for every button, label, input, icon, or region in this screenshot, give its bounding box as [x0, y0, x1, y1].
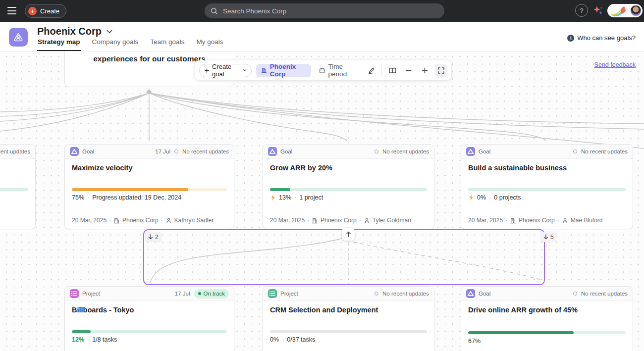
- tab-company-goals[interactable]: Company goals: [92, 38, 139, 51]
- ai-sparkles-icon[interactable]: [592, 5, 604, 17]
- card-title: CRM Selection and Deployment: [270, 306, 427, 314]
- calendar-icon: [319, 67, 325, 74]
- bolt-icon: [468, 194, 474, 201]
- global-topbar: + Create ?: [0, 0, 644, 22]
- card-type-label: Goal: [479, 291, 490, 297]
- progress-bar: [270, 188, 427, 191]
- plus-icon: [205, 68, 209, 73]
- status-ring-icon: [573, 150, 577, 153]
- building-icon: [261, 67, 267, 74]
- card-type-label: Project: [82, 291, 100, 297]
- project-type-icon: [268, 289, 277, 298]
- goal-type-icon: [268, 147, 277, 156]
- person-icon: [562, 217, 568, 224]
- status-text: No recent updates: [581, 291, 628, 297]
- goal-card-grow-arr[interactable]: Goal No recent updates Grow ARR by 20% 1…: [263, 144, 434, 229]
- org-avatar[interactable]: [9, 28, 28, 47]
- search-input[interactable]: [222, 7, 438, 15]
- create-button[interactable]: + Create: [25, 4, 66, 18]
- account-pill[interactable]: [607, 4, 643, 17]
- progress-stats: 67%: [468, 338, 481, 345]
- strategy-map-page: + Create ?: [0, 0, 644, 351]
- progress-stats: 12% · 1/8 tasks: [72, 336, 117, 343]
- due-date: 17 Jul: [155, 149, 170, 154]
- strategy-map-canvas[interactable]: experiences for our customers No recent …: [0, 51, 644, 351]
- plus-icon: +: [28, 7, 37, 15]
- tab-team-goals[interactable]: Team goals: [150, 38, 185, 51]
- status-ring-icon: [375, 150, 378, 153]
- project-card-billboards-tokyo[interactable]: Project 17 Jul On track Billboards - Tok…: [64, 286, 234, 351]
- children-count-badge-right[interactable]: 5: [540, 232, 557, 242]
- project-card-crm-selection[interactable]: Project No recent updates CRM Selection …: [263, 286, 434, 351]
- info-icon: i: [567, 35, 574, 42]
- goal-type-icon: [466, 289, 475, 298]
- card-title: Grow ARR by 20%: [270, 164, 427, 172]
- status-dot: [198, 292, 201, 295]
- project-type-icon: [70, 289, 79, 298]
- status-text: No recent updates: [382, 291, 429, 297]
- bolt-icon: [270, 194, 276, 201]
- progress-stats: 13% · 1 project: [270, 194, 323, 201]
- building-icon: [113, 217, 120, 224]
- status-badge: On track: [194, 289, 229, 299]
- progress-bar: [72, 188, 227, 191]
- tab-strategy-map[interactable]: Strategy map: [37, 38, 81, 51]
- progress-stats: 0% · 0 projects: [468, 194, 521, 201]
- card-title: Build a sustainable business: [468, 164, 626, 172]
- marker-icon[interactable]: [366, 64, 377, 77]
- chevron-down-icon: [107, 30, 112, 34]
- card-title: Drive online ARR growth of 45%: [468, 306, 626, 314]
- send-feedback-link[interactable]: Send feedback: [594, 61, 636, 68]
- status-text: No recent updates: [581, 149, 628, 154]
- progress-bar: [270, 330, 427, 333]
- team-icon: [13, 32, 24, 43]
- children-count-badge-left[interactable]: 2: [145, 232, 162, 242]
- card-type-label: Project: [280, 291, 298, 297]
- global-search[interactable]: [205, 3, 444, 18]
- zoom-in-button[interactable]: [419, 64, 431, 77]
- time-period-button[interactable]: Time period: [316, 64, 361, 77]
- goal-card-sustainable-business[interactable]: Goal No recent updates Build a sustainab…: [461, 144, 633, 229]
- status-ring-icon: [174, 150, 178, 153]
- arrow-up-icon: [346, 231, 351, 237]
- goal-card-maximize-velocity[interactable]: Goal 17 Jul No recent updates Maximize v…: [64, 144, 234, 229]
- tab-my-goals[interactable]: My goals: [196, 38, 223, 51]
- status-text: No recent updates: [0, 149, 30, 154]
- card-footer: 20 Mar, 2025 · Phoenix Corp · Mae Blufor…: [468, 217, 628, 224]
- goal-type-icon: [70, 147, 79, 156]
- goal-type-icon: [466, 147, 475, 156]
- progress-stats: 75% · Progress updated: 19 Dec, 2024: [72, 194, 181, 201]
- help-button[interactable]: ?: [575, 4, 588, 17]
- status-text: No recent updates: [382, 149, 429, 154]
- partial-goal-card[interactable]: No recent updates: [0, 144, 36, 229]
- card-footer: 20 Mar, 2025 · Phoenix Corp · Tyler Gold…: [270, 217, 429, 224]
- map-view-icon[interactable]: [386, 64, 398, 77]
- card-title: Billboards - Tokyo: [72, 306, 227, 314]
- collapse-up-button[interactable]: [342, 228, 355, 241]
- card-footer: 20 Mar, 2025 · Phoenix Corp · Kathryn Sa…: [72, 217, 229, 224]
- status-ring-icon: [573, 292, 577, 296]
- zoom-out-button[interactable]: [403, 64, 415, 77]
- progress-bar: [72, 330, 227, 333]
- org-filter-pill[interactable]: Phoenix Corp: [256, 64, 311, 77]
- logo-illustration: [611, 5, 627, 16]
- create-button-label: Create: [40, 7, 59, 15]
- toolbar-divider: [381, 64, 382, 76]
- fullscreen-icon[interactable]: [435, 64, 447, 77]
- card-type-label: Goal: [82, 149, 94, 154]
- status-text: No recent updates: [182, 149, 229, 154]
- person-icon: [364, 217, 370, 224]
- page-title[interactable]: Phoenix Corp: [37, 26, 112, 37]
- status-ring-icon: [375, 292, 378, 296]
- building-icon: [510, 217, 516, 224]
- goal-card-online-arr-growth[interactable]: Goal No recent updates Drive online ARR …: [461, 286, 633, 351]
- create-goal-button[interactable]: Create goal: [199, 64, 252, 77]
- collapse-arrow-icon[interactable]: [146, 89, 152, 93]
- due-date: 17 Jul: [175, 291, 190, 297]
- map-toolbar: Create goal Phoenix Corp Time period: [195, 60, 451, 80]
- who-can-see-goals[interactable]: i Who can see goals?: [567, 34, 636, 42]
- goal-tabs: Strategy map Company goals Team goals My…: [37, 38, 223, 51]
- progress-bar: [468, 188, 626, 191]
- chevron-down-icon: [243, 69, 246, 72]
- menu-icon[interactable]: [7, 7, 16, 14]
